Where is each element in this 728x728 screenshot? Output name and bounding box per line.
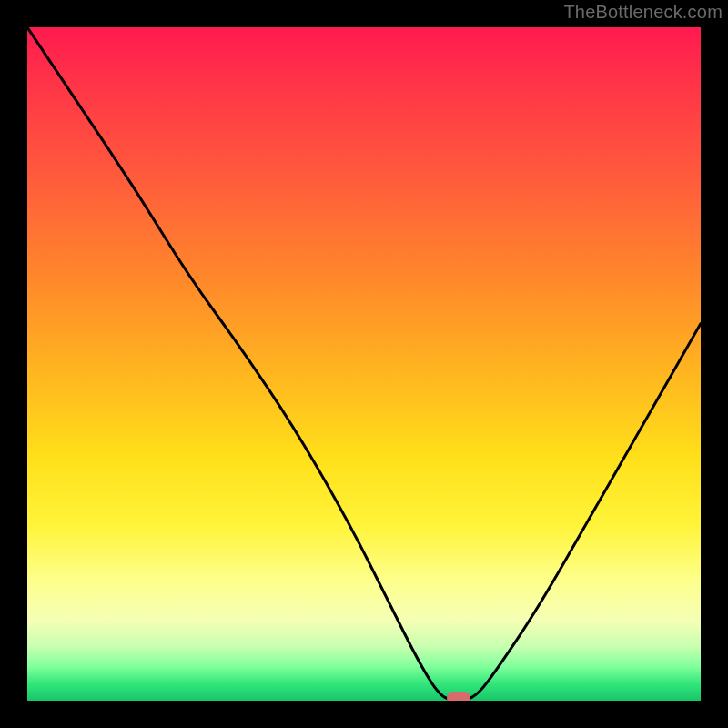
- plot-area: [27, 27, 701, 701]
- watermark-text: TheBottleneck.com: [563, 2, 723, 23]
- bottleneck-curve: [27, 27, 701, 701]
- chart-frame: TheBottleneck.com: [0, 0, 728, 728]
- optimal-marker: [447, 692, 470, 701]
